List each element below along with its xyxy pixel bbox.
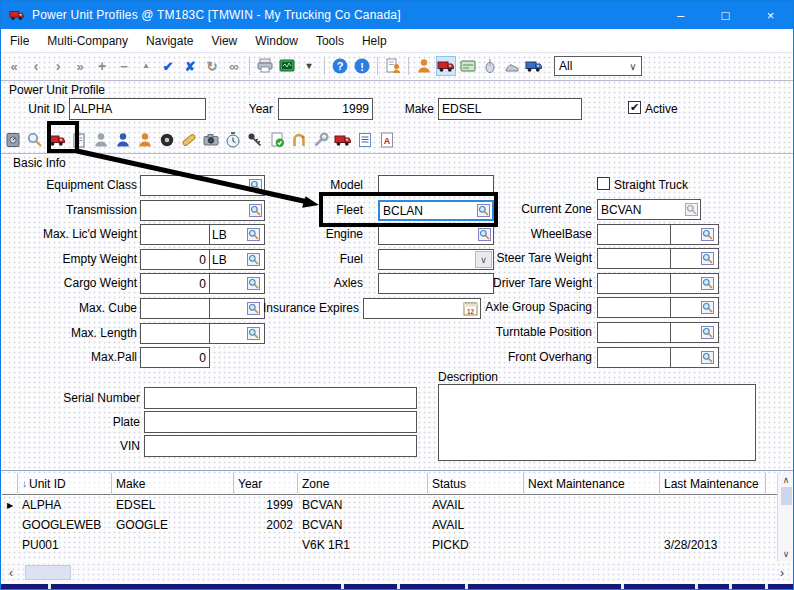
terminal-button[interactable] — [277, 56, 297, 76]
current-zone-field[interactable]: BCVAN — [597, 199, 701, 220]
chevron-down-icon[interactable]: ∨ — [625, 61, 641, 72]
grid-cell[interactable]: EDSEL — [112, 495, 234, 515]
horizontal-scroll-thumb[interactable] — [25, 565, 71, 580]
help-button[interactable]: ? — [330, 56, 350, 76]
grid-cell[interactable]: 2002 — [234, 515, 298, 535]
straight-truck-checkbox[interactable] — [597, 177, 610, 190]
refresh-button[interactable]: ↻ — [202, 56, 222, 76]
front-overhang-edit[interactable] — [598, 348, 671, 367]
driver-profiles-button[interactable] — [414, 56, 434, 76]
wheelbase-lookup-button[interactable] — [700, 228, 715, 241]
grid-row[interactable]: PU001V6K 1R1PICKD3/28/2013 — [2, 535, 777, 555]
current-zone-lookup-button[interactable] — [684, 203, 699, 216]
owner-operator-button[interactable] — [135, 130, 155, 150]
prior-record-button[interactable]: ‹ — [26, 56, 46, 76]
model-field[interactable] — [378, 175, 494, 196]
turntable-position-lookup-button[interactable] — [700, 326, 715, 339]
grid-cell[interactable]: PU001 — [18, 535, 112, 555]
grid-cell[interactable] — [660, 495, 766, 515]
serial-number-field[interactable] — [144, 387, 417, 409]
front-overhang-lookup-button[interactable] — [700, 351, 715, 364]
splitter[interactable] — [1, 470, 793, 471]
delete-record-button[interactable]: − — [114, 56, 134, 76]
menu-file[interactable]: File — [1, 29, 38, 53]
terminal-dropdown-button[interactable]: ▾ — [299, 56, 319, 76]
scroll-right-icon[interactable]: › — [774, 566, 790, 580]
max-pall-field[interactable]: 0 — [140, 347, 210, 368]
maximize-button[interactable]: □ — [703, 1, 748, 29]
maintenance-button[interactable] — [311, 130, 331, 150]
about-button[interactable]: ! — [352, 56, 372, 76]
grid-cell[interactable] — [112, 535, 234, 555]
axle-group-spacing-lookup-button[interactable] — [700, 301, 715, 314]
edit-record-button[interactable]: ▲ — [136, 56, 156, 76]
grid-header-last-maintenance[interactable]: Last Maintenance — [660, 473, 766, 495]
grid-cell[interactable] — [524, 515, 660, 535]
grid-row[interactable]: ▶ALPHAEDSEL1999BCVANAVAIL — [2, 495, 777, 515]
close-button[interactable]: × — [748, 1, 793, 29]
max-length-field[interactable] — [140, 323, 265, 344]
repairs-button[interactable] — [179, 130, 199, 150]
hitch-button[interactable] — [289, 130, 309, 150]
power-unit-button[interactable] — [47, 130, 67, 150]
notes-button[interactable] — [69, 130, 89, 150]
grid-header-year[interactable]: Year — [234, 473, 298, 495]
front-overhang-field[interactable] — [597, 347, 719, 368]
grid-cell[interactable]: AVAIL — [428, 495, 524, 515]
power-unit-profiles-button[interactable] — [436, 56, 456, 76]
trailer-profiles-button[interactable] — [458, 56, 478, 76]
keys-button[interactable] — [245, 130, 265, 150]
grid-header-zone[interactable]: Zone — [298, 473, 428, 495]
photos-button[interactable] — [201, 130, 221, 150]
menu-navigate[interactable]: Navigate — [137, 29, 202, 53]
licenses-button[interactable]: A — [377, 130, 397, 150]
grid-cell[interactable]: 3/28/2013 — [660, 535, 766, 555]
menu-multi-company[interactable]: Multi-Company — [38, 29, 137, 53]
grid-cell[interactable]: V6K 1R1 — [298, 535, 428, 555]
last-record-button[interactable]: » — [70, 56, 90, 76]
axle-group-spacing-field[interactable] — [597, 297, 719, 318]
steer-tare-weight-lookup-button[interactable] — [700, 252, 715, 265]
grid-cell[interactable] — [234, 535, 298, 555]
grid-cell[interactable]: GOOGLEWEB — [18, 515, 112, 535]
grid-cell[interactable] — [524, 495, 660, 515]
notes-list-button[interactable] — [355, 130, 375, 150]
plate-field[interactable] — [144, 411, 417, 433]
report-button[interactable] — [383, 56, 403, 76]
wheelbase-field[interactable] — [597, 224, 719, 245]
grid-cell[interactable]: BCVAN — [298, 515, 428, 535]
grid-cell[interactable]: BCVAN — [298, 495, 428, 515]
shop-button[interactable] — [502, 56, 522, 76]
post-edit-button[interactable]: ✔ — [158, 56, 178, 76]
title-bar[interactable]: Power Unit Profiles @ TM183C [TMWIN - My… — [1, 1, 793, 29]
inspector-button[interactable] — [113, 130, 133, 150]
active-checkbox[interactable]: ✔ — [628, 101, 641, 114]
grid-row[interactable]: GOOGLEWEBGOOGLE2002BCVANAVAIL — [2, 515, 777, 535]
scroll-up-icon[interactable]: ∧ — [778, 473, 794, 487]
carrier-profiles-button[interactable] — [524, 56, 544, 76]
inspections-button[interactable] — [267, 130, 287, 150]
steer-tare-weight-field[interactable] — [597, 248, 719, 269]
scroll-down-icon[interactable]: ∨ — [778, 547, 794, 561]
grid-cell[interactable]: PICKD — [428, 535, 524, 555]
wheelbase-edit[interactable] — [598, 225, 671, 244]
timers-button[interactable] — [223, 130, 243, 150]
turntable-position-edit[interactable] — [598, 323, 671, 342]
menu-tools[interactable]: Tools — [307, 29, 353, 53]
grid-header-next-maintenance[interactable]: Next Maintenance — [524, 473, 660, 495]
grid-vertical-scrollbar[interactable]: ∧ ∨ — [777, 473, 794, 561]
insert-record-button[interactable]: + — [92, 56, 112, 76]
description-field[interactable] — [438, 384, 756, 461]
cancel-edit-button[interactable]: ✘ — [180, 56, 200, 76]
print-button[interactable] — [255, 56, 275, 76]
mechanic-button[interactable] — [91, 130, 111, 150]
steer-tare-weight-edit[interactable] — [598, 249, 671, 268]
vault-button[interactable] — [3, 130, 23, 150]
max-length-lookup-button[interactable] — [246, 327, 261, 340]
grid-cell[interactable] — [524, 535, 660, 555]
grid-header-make[interactable]: Make — [112, 473, 234, 495]
truck-detail-button[interactable] — [333, 130, 353, 150]
grid-horizontal-scrollbar[interactable]: ‹ › — [1, 562, 793, 583]
minimize-button[interactable]: – — [658, 1, 703, 29]
menu-window[interactable]: Window — [246, 29, 307, 53]
